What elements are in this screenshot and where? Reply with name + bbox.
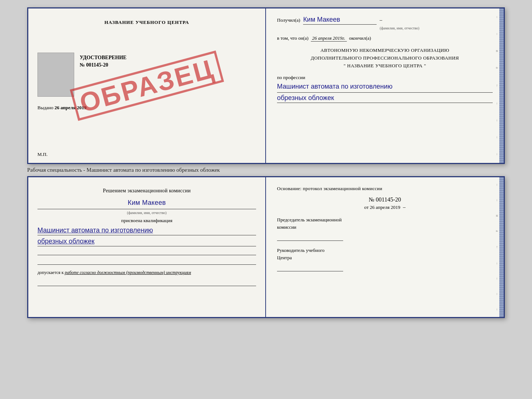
bottom-left-page: Решением экзаменационной комиссии Ким Ма…	[28, 177, 266, 317]
vydano-date: 26 апреля 2019	[55, 105, 87, 110]
fio-label-bottom: (фамилия, имя, отчество)	[37, 211, 256, 215]
fio-label-top: (фамилия, имя, отчество)	[306, 26, 493, 30]
rukovoditel-line2: Центра	[277, 254, 493, 261]
rukovoditel-block: Руководитель учебного Центра	[277, 247, 493, 271]
top-left-title: НАЗВАНИЕ УЧЕБНОГО ЦЕНТРА	[37, 19, 256, 25]
vtom-label: в том, что он(а)	[277, 35, 309, 41]
udostoverenie-title: УДОСТОВЕРЕНИЕ	[80, 55, 256, 61]
vtom-row: в том, что он(а) 26 апреля 2019г. окончи…	[277, 35, 493, 42]
org-line2: ДОПОЛНИТЕЛЬНОГО ПРОФЕССИОНАЛЬНОГО ОБРАЗО…	[277, 54, 493, 62]
prisvoena-label: присвоена квалификация	[37, 218, 256, 224]
udostoverenie-block: УДОСТОВЕРЕНИЕ № 001145-20	[80, 55, 256, 68]
profession-line2: обрезных обложек	[277, 94, 493, 103]
top-left-page: НАЗВАНИЕ УЧЕБНОГО ЦЕНТРА УДОСТОВЕРЕНИЕ №…	[28, 8, 266, 163]
profession-line1: Машинист автомата по изготовлению	[277, 82, 493, 92]
dopuskaetsya-text: работе согласно должностным (производств…	[65, 270, 191, 275]
ot-label: от	[364, 204, 369, 210]
predsedatel-line2: комиссии	[277, 224, 493, 231]
rukovoditel-line1: Руководитель учебного	[277, 247, 493, 254]
predsedatel-signature-line	[277, 234, 343, 241]
ot-date: 26 апреля 2019	[370, 204, 400, 210]
document-caption: Рабочая специальность - Машинист автомат…	[27, 167, 220, 173]
resheniyem-name: Ким Макеев	[37, 197, 256, 209]
top-document-spread: НАЗВАНИЕ УЧЕБНОГО ЦЕНТРА УДОСТОВЕРЕНИЕ №…	[27, 7, 505, 164]
poluchil-name: Ким Макеев	[303, 16, 377, 25]
bottom-right-spine: – – и а ← – – – –	[496, 177, 499, 317]
poluchil-label: Получил(a)	[277, 17, 300, 23]
vtom-date: 26 апреля 2019г.	[311, 35, 347, 42]
right-spine: – – и а ← – – – –	[496, 8, 499, 163]
bottom-document-spread: Решением экзаменационной комиссии Ким Ма…	[27, 176, 505, 318]
kvalif-line2: обрезных обложек	[37, 237, 256, 246]
mp-line: М.П.	[37, 152, 47, 157]
blank-line-1	[37, 248, 256, 255]
top-right-page: Получил(a) Ким Макеев – (фамилия, имя, о…	[266, 8, 504, 163]
okonchil-label: окончил(а)	[349, 35, 371, 41]
dopuskaetsya-block: допускается к работе согласно должностны…	[37, 269, 256, 276]
blank-line-3	[37, 279, 256, 286]
kvalif-line1: Машинист автомата по изготовлению	[37, 226, 256, 235]
org-block: АВТОНОМНУЮ НЕКОММЕРЧЕСКУЮ ОРГАНИЗАЦИЮ ДО…	[277, 47, 493, 70]
bottom-right-page: Основание: протокол экзаменационной коми…	[266, 177, 504, 317]
resheniyem-block: Решением экзаменационной комиссии Ким Ма…	[37, 186, 256, 209]
udostoverenie-number: № 001145-20	[80, 62, 256, 68]
predsedatel-block: Председатель экзаменационной комиссии	[277, 216, 493, 241]
blank-line-2	[37, 257, 256, 265]
po-professii: по профессии	[277, 75, 493, 81]
osnovanie-label: Основание: протокол экзаменационной коми…	[277, 185, 493, 193]
poluchil-row: Получил(a) Ким Макеев –	[277, 16, 493, 25]
predsedatel-line1: Председатель экзаменационной	[277, 216, 493, 224]
ot-dash: –	[403, 204, 406, 210]
rukovoditel-signature-line	[277, 264, 343, 271]
document-container: НАЗВАНИЕ УЧЕБНОГО ЦЕНТРА УДОСТОВЕРЕНИЕ №…	[27, 7, 505, 318]
photo-placeholder	[37, 53, 74, 97]
org-name: " НАЗВАНИЕ УЧЕБНОГО ЦЕНТРА "	[277, 62, 493, 70]
vydano-line: Выдано 26 апреля 2019	[37, 105, 256, 111]
resheniyem-label: Решением экзаменационной комиссии	[37, 186, 256, 195]
ot-date-row: от 26 апреля 2019 –	[277, 204, 493, 210]
poluchil-dash: –	[380, 17, 382, 23]
vydano-label: Выдано	[37, 105, 53, 110]
org-line1: АВТОНОМНУЮ НЕКОММЕРЧЕСКУЮ ОРГАНИЗАЦИЮ	[277, 47, 493, 54]
protocol-number: № 001145-20	[277, 196, 493, 203]
dopuskaetsya-label: допускается к	[37, 270, 64, 275]
